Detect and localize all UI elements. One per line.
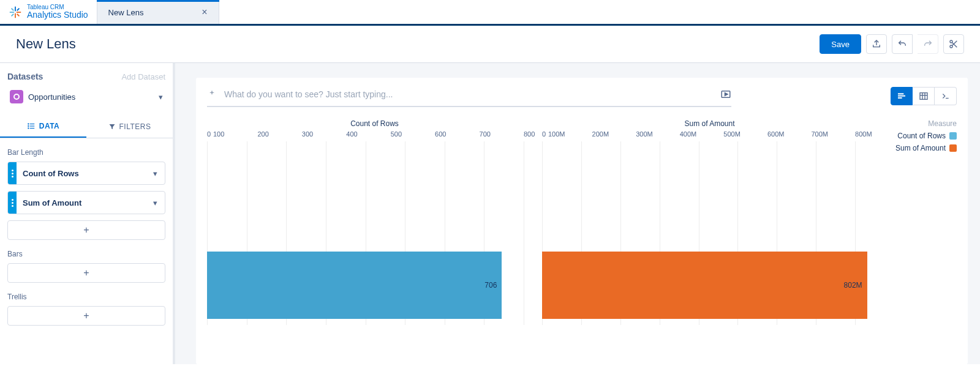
legend-title: Measure bbox=[886, 119, 957, 128]
chevron-down-icon[interactable]: ▾ bbox=[146, 198, 165, 207]
datasets-heading: Datasets bbox=[7, 72, 43, 81]
axis-ticks-left: 0 100 200 300 400 500 600 700 800 bbox=[207, 130, 542, 141]
add-trellis-button[interactable]: + bbox=[7, 306, 165, 326]
svg-line-5 bbox=[17, 13, 20, 16]
redo-icon bbox=[923, 39, 933, 49]
svg-point-8 bbox=[950, 40, 952, 43]
share-icon bbox=[872, 39, 881, 49]
view-mode-switch bbox=[891, 87, 957, 105]
brand[interactable]: Tableau CRM Analytics Studio bbox=[0, 0, 97, 24]
svg-line-7 bbox=[12, 13, 14, 16]
svg-marker-19 bbox=[725, 93, 728, 96]
bar-count-of-rows[interactable]: 706 bbox=[207, 252, 502, 319]
svg-point-15 bbox=[28, 124, 28, 124]
measure-label: Sum of Amount bbox=[17, 198, 88, 207]
tab-label: New Lens bbox=[108, 8, 144, 17]
redo-button[interactable] bbox=[918, 34, 938, 54]
bar-chart-icon bbox=[897, 91, 907, 101]
tab-filters[interactable]: FILTERS bbox=[86, 116, 173, 138]
svg-line-4 bbox=[12, 8, 14, 10]
top-navigation: Tableau CRM Analytics Studio New Lens × bbox=[0, 0, 980, 26]
chart: Count of Rows Sum of Amount 0 100 200 30… bbox=[207, 119, 877, 364]
canvas-area: Count of Rows Sum of Amount 0 100 200 30… bbox=[175, 63, 980, 364]
page-header: New Lens Save bbox=[0, 26, 980, 63]
dataset-icon bbox=[10, 90, 23, 103]
run-query-button[interactable] bbox=[720, 89, 731, 100]
saql-mode-button[interactable] bbox=[935, 87, 957, 105]
bar-value-label: 802M bbox=[844, 281, 862, 289]
share-button[interactable] bbox=[866, 34, 887, 54]
add-dataset-button[interactable]: Add Dataset bbox=[121, 72, 165, 81]
add-bars-button[interactable]: + bbox=[7, 263, 165, 283]
legend-label: Count of Rows bbox=[897, 132, 946, 140]
section-trellis: Trellis bbox=[7, 293, 165, 301]
undo-button[interactable] bbox=[892, 34, 913, 54]
dataset-name: Opportunities bbox=[28, 92, 75, 102]
terminal-icon bbox=[940, 92, 951, 100]
tableau-crm-logo-icon bbox=[9, 6, 22, 19]
svg-point-17 bbox=[28, 128, 28, 129]
legend: Measure Count of Rows Sum of Amount bbox=[877, 119, 957, 364]
left-panel: Datasets Add Dataset Opportunities ▾ DAT… bbox=[0, 63, 175, 364]
save-button[interactable]: Save bbox=[820, 34, 861, 54]
page-title: New Lens bbox=[16, 36, 76, 52]
chart-mode-button[interactable] bbox=[891, 87, 913, 105]
scissors-icon bbox=[949, 39, 959, 49]
svg-point-9 bbox=[950, 45, 952, 48]
bar-value-label: 706 bbox=[484, 281, 497, 289]
sparkle-icon bbox=[207, 89, 217, 99]
brand-app: Analytics Studio bbox=[27, 10, 88, 20]
svg-point-16 bbox=[28, 125, 28, 126]
dataset-row[interactable]: Opportunities ▾ bbox=[7, 86, 165, 107]
undo-icon bbox=[897, 39, 907, 49]
legend-swatch-icon bbox=[949, 144, 957, 152]
svg-rect-21 bbox=[898, 95, 905, 97]
svg-rect-22 bbox=[898, 97, 902, 99]
measure-pill-sum-of-amount[interactable]: Sum of Amount ▾ bbox=[7, 191, 165, 214]
drag-handle-icon[interactable] bbox=[8, 192, 17, 214]
nlq-input[interactable] bbox=[223, 89, 714, 100]
axis-ticks-right: 0 100M 200M 300M 400M 500M 600M 700M 800… bbox=[542, 130, 877, 141]
bar-sum-of-amount[interactable]: 802M bbox=[542, 252, 867, 319]
section-bars: Bars bbox=[7, 250, 165, 258]
clip-button[interactable] bbox=[943, 34, 964, 54]
legend-item-sum[interactable]: Sum of Amount bbox=[886, 144, 957, 152]
measure-label: Count of Rows bbox=[17, 169, 85, 178]
chevron-down-icon[interactable]: ▾ bbox=[159, 92, 163, 102]
svg-rect-20 bbox=[898, 93, 903, 94]
axis-title-right: Sum of Amount bbox=[542, 119, 877, 130]
list-icon bbox=[27, 122, 36, 130]
close-icon[interactable]: × bbox=[202, 7, 207, 17]
filter-icon bbox=[108, 123, 116, 130]
tab-data-label: DATA bbox=[39, 122, 60, 130]
tab-new-lens[interactable]: New Lens × bbox=[97, 0, 219, 24]
add-measure-button[interactable]: + bbox=[7, 220, 165, 240]
legend-item-count[interactable]: Count of Rows bbox=[886, 132, 957, 140]
drag-handle-icon[interactable] bbox=[8, 162, 17, 184]
tab-filters-label: FILTERS bbox=[119, 122, 151, 131]
legend-label: Sum of Amount bbox=[895, 144, 946, 152]
table-icon bbox=[919, 91, 929, 101]
tab-data[interactable]: DATA bbox=[0, 116, 86, 138]
svg-line-6 bbox=[17, 8, 20, 10]
legend-swatch-icon bbox=[949, 132, 957, 140]
axis-title-left: Count of Rows bbox=[207, 119, 542, 130]
chevron-down-icon[interactable]: ▾ bbox=[146, 169, 165, 178]
section-bar-length: Bar Length bbox=[7, 148, 165, 157]
measure-pill-count-of-rows[interactable]: Count of Rows ▾ bbox=[7, 162, 165, 185]
table-mode-button[interactable] bbox=[913, 87, 935, 105]
svg-rect-23 bbox=[920, 93, 927, 100]
